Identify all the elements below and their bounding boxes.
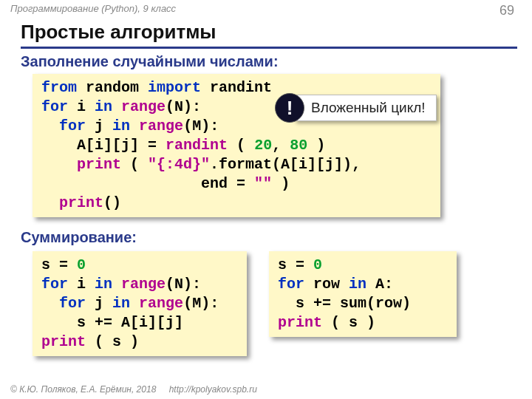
num-0: 0	[77, 256, 86, 273]
str-empty: ""	[254, 175, 272, 192]
end-eq: =	[236, 175, 245, 192]
kw-for-outer: for	[41, 98, 68, 115]
section-sum-label: Суммирование:	[21, 229, 137, 246]
fn-range-j: range	[139, 295, 183, 312]
fn-randint-call: randint	[166, 137, 228, 154]
page-number: 69	[499, 3, 514, 18]
footer-url: http://kpolyakov.spb.ru	[169, 384, 257, 395]
var-s3: s	[278, 256, 287, 273]
fn-range-inner: range	[139, 117, 183, 134]
fn-print-s: print	[41, 333, 86, 350]
eq: =	[59, 256, 68, 273]
arg-N: (N):	[166, 98, 201, 115]
fn-randint-import: randint	[210, 79, 272, 96]
print-open: (	[130, 156, 139, 173]
print-s-args: ( s )	[95, 333, 139, 350]
callout-nested-loop: ! Вложенный цикл!	[275, 93, 437, 123]
page-title: Простые алгоритмы	[21, 21, 517, 49]
fn-print-inner: print	[77, 156, 121, 173]
fn-range-outer: range	[121, 98, 166, 115]
var-i2: i	[77, 276, 86, 293]
var-j2: j	[95, 295, 103, 312]
kw-import: import	[148, 79, 201, 96]
arg-M2: (M):	[183, 295, 219, 312]
stmt-accum: s += A[i][j]	[77, 314, 183, 331]
num-0b: 0	[313, 256, 322, 273]
arg-N2: (N):	[166, 276, 201, 293]
var-A: A:	[375, 276, 393, 293]
comma: ,	[272, 137, 281, 154]
paren-open: (	[236, 137, 245, 154]
footer-authors: © К.Ю. Поляков, Е.А. Ерёмин, 2018	[10, 384, 156, 395]
kw-end: end	[201, 175, 228, 192]
kw-in-i: in	[95, 276, 112, 293]
kw-in-row: in	[349, 276, 366, 293]
kw-for-row: for	[278, 276, 304, 293]
print-outer-parens: ()	[103, 194, 121, 211]
kw-in-inner: in	[112, 117, 130, 134]
kw-in-outer: in	[95, 98, 112, 115]
code-block-sum-rows: s = 0 for row in A: s += sum(row) print …	[269, 251, 457, 337]
print-s2-args: ( s )	[331, 314, 375, 331]
eq3: =	[296, 256, 304, 273]
var-i: i	[77, 98, 86, 115]
arg-M: (M):	[183, 117, 219, 134]
footer: © К.Ю. Поляков, Е.А. Ерёмин, 2018 http:/…	[10, 384, 257, 395]
callout-text: Вложенный цикл!	[294, 95, 437, 121]
course-meta: Программирование (Python), 9 класс	[10, 3, 176, 14]
stmt-assign: A[i][j] =	[77, 137, 157, 154]
kw-from: from	[41, 79, 77, 96]
callout-bang-icon: !	[275, 93, 304, 123]
mod-random: random	[86, 79, 139, 96]
var-j: j	[95, 117, 103, 134]
section-fill-label: Заполнение случайными числами:	[21, 53, 279, 70]
var-row: row	[313, 276, 340, 293]
num-20: 20	[254, 137, 272, 154]
fn-range-i: range	[121, 276, 166, 293]
kw-in-j: in	[112, 295, 130, 312]
num-80: 80	[290, 137, 307, 154]
kw-for-j: for	[59, 295, 86, 312]
code-block-sum-nested: s = 0 for i in range(N): for j in range(…	[33, 251, 247, 356]
kw-for-inner: for	[59, 117, 86, 134]
var-s: s	[41, 256, 50, 273]
paren-close: )	[316, 137, 325, 154]
stmt-sumrow: s += sum(row)	[296, 295, 411, 312]
fmt-call: .format(A[i][j]),	[210, 156, 361, 173]
end-close: )	[281, 175, 290, 192]
fn-print-outer: print	[59, 194, 103, 211]
fn-print-s2: print	[278, 314, 322, 331]
str-format: "{:4d}"	[148, 156, 210, 173]
kw-for-i: for	[41, 276, 68, 293]
